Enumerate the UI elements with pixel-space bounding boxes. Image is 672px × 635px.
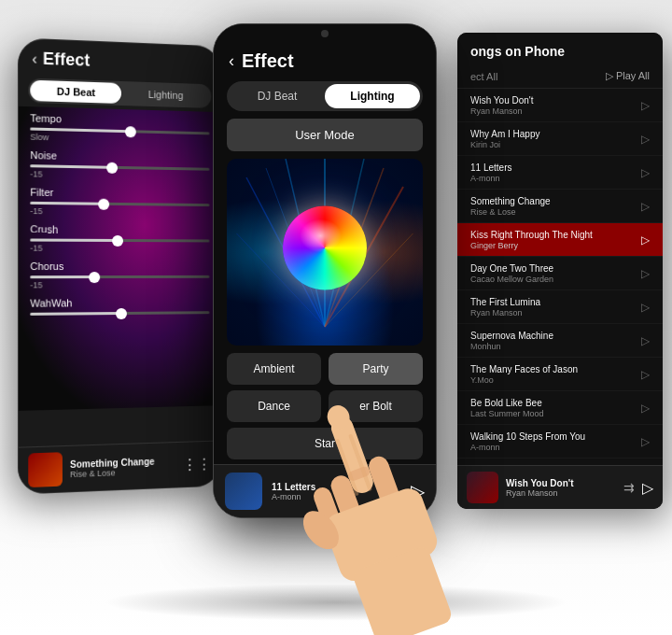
song-item-4[interactable]: Kiss Right Through The NightGinger Berry… (457, 223, 663, 257)
song-item-6[interactable]: The First LuminaRyan Manson ▷ (457, 290, 663, 324)
effect-filter: Filter -15 (19, 180, 220, 219)
play-icon-10[interactable]: ▷ (641, 435, 650, 448)
song-item-9[interactable]: Be Bold Like BeeLast Summer Mood ▷ (457, 391, 663, 425)
scene: ‹ Effect DJ Beat Lighting Tempo Slow Noi… (0, 23, 672, 584)
play-icon-5[interactable]: ▷ (641, 267, 650, 280)
song-list: Wish You Don'tRyan Manson ▷ Why Am I Hap… (457, 89, 663, 459)
effect-value-chorus: -15 (30, 280, 209, 290)
song-item-8[interactable]: The Many Faces of JasonY.Moo ▷ (457, 358, 663, 391)
play-icon-7[interactable]: ▷ (641, 334, 650, 347)
center-np-info: 11 Letters A-monn (272, 482, 401, 501)
effect-btn-star[interactable]: Star (227, 428, 423, 459)
center-tab-djbeat[interactable]: DJ Beat (230, 84, 325, 108)
effect-buttons: Ambient Party Dance er Bolt Star (214, 346, 436, 473)
effect-value-noise: -15 (30, 169, 209, 181)
center-back-arrow[interactable]: ‹ (229, 51, 234, 71)
center-now-playing: 11 Letters A-monn ▷ (214, 464, 436, 517)
effect-btn-thunderbolt[interactable]: er Bolt (329, 390, 423, 422)
play-icon-1[interactable]: ▷ (641, 133, 650, 146)
right-header: ongs on Phone (457, 33, 663, 66)
center-np-artist: A-monn (272, 492, 401, 501)
right-controls: ect All ▷ Play All (457, 66, 663, 89)
effect-btn-dance[interactable]: Dance (227, 390, 321, 422)
effect-label-noise: Noise (30, 149, 209, 164)
left-header: ‹ Effect (19, 38, 220, 80)
effect-btn-row-3: Star (227, 428, 423, 459)
left-bg: Tempo Slow Noise -15 Filter (19, 106, 220, 411)
effect-label-chorus: Chorus (30, 261, 209, 272)
play-icon-3[interactable]: ▷ (641, 200, 650, 213)
center-title: Effect (242, 50, 294, 72)
shadow-base (103, 584, 569, 621)
song-item-5[interactable]: Day One Two ThreeCacao Mellow Garden ▷ (457, 257, 663, 290)
right-section-title: ongs on Phone (470, 44, 650, 59)
song-item-0[interactable]: Wish You Don'tRyan Manson ▷ (457, 89, 663, 122)
slider-wahwah[interactable] (30, 311, 209, 316)
phone-center: ‹ Effect DJ Beat Lighting User Mode (213, 23, 437, 518)
play-icon-0[interactable]: ▷ (641, 99, 650, 112)
effect-crush: Crush -15 (19, 218, 220, 255)
phone-left: ‹ Effect DJ Beat Lighting Tempo Slow Noi… (18, 37, 221, 494)
left-np-info: Something Change Rise & Lose (70, 455, 175, 478)
play-icon-8[interactable]: ▷ (641, 368, 650, 381)
effect-label-filter: Filter (30, 187, 209, 201)
center-np-play-icon[interactable]: ▷ (411, 480, 425, 502)
song-item-10[interactable]: Walking 10 Steps From YouA-monn ▷ (457, 425, 663, 459)
effect-label-crush: Crush (30, 223, 209, 235)
camera-dot (321, 30, 329, 37)
slider-chorus[interactable] (30, 275, 209, 278)
effect-btn-row-2: Dance er Bolt (227, 390, 423, 422)
right-np-info: Wish You Don't Ryan Manson (506, 478, 616, 498)
effect-value-filter: -15 (30, 206, 209, 218)
center-np-title: 11 Letters (272, 482, 401, 492)
center-status-bar (214, 24, 436, 43)
center-tab-lighting[interactable]: Lighting (325, 84, 420, 108)
song-item-3[interactable]: Something ChangeRise & Lose ▷ (457, 190, 663, 223)
play-icon-9[interactable]: ▷ (641, 402, 650, 415)
left-back-arrow[interactable]: ‹ (32, 50, 36, 68)
center-tabs: DJ Beat Lighting (227, 81, 423, 111)
left-tab-djbeat[interactable]: DJ Beat (30, 80, 121, 104)
play-icon-6[interactable]: ▷ (641, 301, 650, 314)
right-now-playing: Wish You Don't Ryan Manson ⇉ ▷ (457, 465, 663, 509)
song-item-7[interactable]: Supernova MachineMonhun ▷ (457, 324, 663, 358)
play-icon-4[interactable]: ▷ (641, 233, 650, 247)
left-now-playing: Something Change Rise & Lose ⋮⋮ (19, 440, 220, 493)
play-all-button[interactable]: ▷ Play All (606, 70, 650, 82)
select-all-label[interactable]: ect All (470, 71, 497, 82)
effect-btn-ambient[interactable]: Ambient (227, 353, 321, 385)
effect-noise: Noise -15 (19, 144, 220, 184)
center-np-art (225, 473, 262, 510)
phone-right: ongs on Phone ect All ▷ Play All Wish Yo… (457, 33, 663, 509)
song-item-1[interactable]: Why Am I HappyKirin Joi ▷ (457, 122, 663, 156)
left-np-menu-icon[interactable]: ⋮⋮ (183, 455, 212, 473)
right-np-queue-icon[interactable]: ⇉ (623, 480, 635, 495)
effect-wahwah: WahWah (19, 290, 220, 319)
user-mode-button[interactable]: User Mode (227, 119, 423, 151)
color-wheel-ball[interactable] (283, 206, 367, 290)
effect-tempo: Tempo Slow (19, 106, 220, 148)
center-header: ‹ Effect (214, 43, 436, 78)
right-np-art (467, 472, 498, 503)
slider-crush[interactable] (30, 239, 209, 243)
effect-btn-row-1: Ambient Party (227, 353, 423, 385)
effect-btn-party[interactable]: Party (329, 353, 423, 385)
left-np-art (28, 452, 63, 487)
play-icon-2[interactable]: ▷ (641, 166, 650, 179)
right-np-title: Wish You Don't (506, 478, 616, 488)
effect-label-tempo: Tempo (30, 112, 209, 128)
color-wheel-area (227, 159, 423, 346)
effect-chorus: Chorus -15 (19, 255, 220, 292)
left-title: Effect (43, 49, 91, 71)
right-np-play-icon[interactable]: ▷ (642, 479, 653, 497)
right-np-artist: Ryan Manson (506, 488, 616, 498)
song-item-2[interactable]: 11 LettersA-monn ▷ (457, 156, 663, 190)
left-tab-lighting[interactable]: Lighting (121, 83, 209, 106)
left-tabs: DJ Beat Lighting (28, 78, 211, 108)
